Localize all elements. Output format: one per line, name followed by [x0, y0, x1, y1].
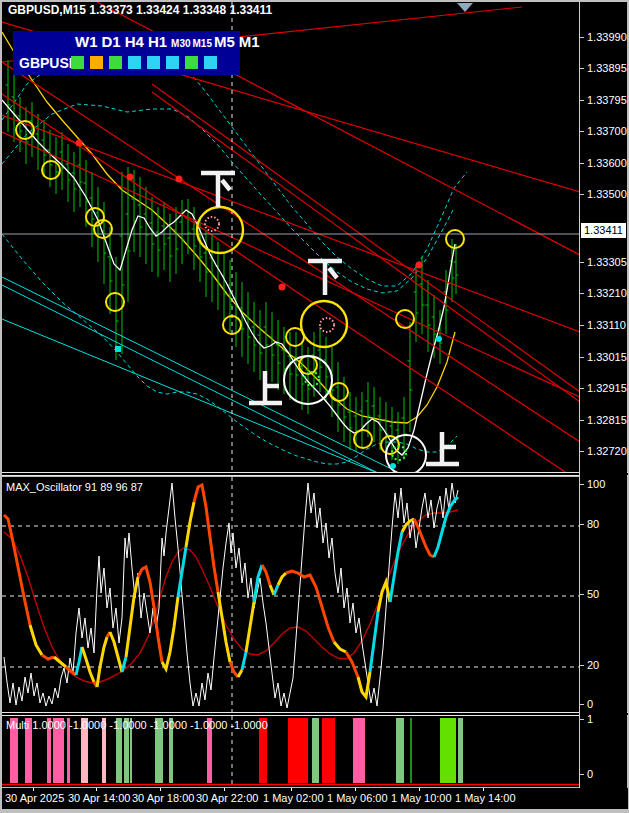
cjk-down-marker	[201, 173, 235, 207]
status-square-1[interactable]	[90, 56, 103, 69]
cyan-square-handle[interactable]	[115, 346, 121, 352]
oscillator-scale-label: 50	[587, 587, 599, 601]
signal-circle-big[interactable]	[301, 301, 347, 347]
multi-signal-bar	[410, 718, 412, 783]
time-axis-label: 30 Apr 2025	[5, 792, 64, 804]
status-square-3[interactable]	[128, 56, 141, 69]
red-trendline-dot[interactable]	[416, 262, 423, 269]
scale-tick	[580, 524, 584, 525]
price-tick-label: 1.33895	[587, 61, 627, 75]
time-axis[interactable]: 30 Apr 202530 Apr 14:0030 Apr 18:0030 Ap…	[2, 788, 628, 809]
time-tick	[419, 788, 420, 791]
scale-tick	[580, 262, 584, 263]
multi-title: Multi 1.0000 -1.0000 -1.0000 -1.0000 -1.…	[6, 719, 268, 731]
signal-circle-small[interactable]	[354, 430, 372, 448]
timeframe-button-m30[interactable]: M30	[171, 38, 190, 49]
scale-tick	[580, 357, 584, 358]
multi-signal-bar	[322, 718, 335, 783]
timeframe-button-h4[interactable]: H4	[125, 33, 144, 50]
yellow-ma-line	[2, 32, 455, 423]
red-trendline-dot[interactable]	[127, 174, 134, 181]
time-tick	[224, 788, 225, 791]
status-square-4[interactable]	[147, 56, 160, 69]
scale-tick	[580, 420, 584, 421]
oscillator-panel[interactable]	[2, 477, 579, 712]
status-square-5[interactable]	[166, 56, 179, 69]
price-tick-label: 1.33990	[587, 30, 627, 44]
price-tick-label: 1.33500	[587, 187, 627, 201]
timeframe-dashboard-panel[interactable]: W1D1H4H1M30M15M5M1 GBPUSD	[13, 31, 240, 75]
signal-circle-small[interactable]	[106, 293, 124, 311]
price-tick-label: 1.33210	[587, 286, 627, 300]
cjk-up-marker	[426, 432, 459, 464]
price-tick-label: 1.33015	[587, 350, 627, 364]
signal-circle-small[interactable]	[381, 436, 399, 454]
scale-tick	[580, 131, 584, 132]
time-tick	[291, 788, 292, 791]
price-tick-label: 1.33700	[587, 124, 627, 138]
timeframe-button-m1[interactable]: M1	[239, 33, 260, 50]
signal-circle-small[interactable]	[330, 383, 348, 401]
multi-scale-label: 0	[587, 767, 593, 781]
status-square-7[interactable]	[204, 56, 217, 69]
oscillator-scale-label: 0	[587, 697, 593, 711]
price-tick-label: 1.32720	[587, 444, 627, 458]
red-trendline-8	[152, 92, 579, 402]
time-axis-label: 30 Apr 22:00	[196, 792, 258, 804]
multi-scale-label: 1	[587, 712, 593, 726]
timeframe-labels-row: W1D1H4H1M30M15M5M1	[75, 33, 264, 50]
status-square-6[interactable]	[185, 56, 198, 69]
time-axis-label: 30 Apr 14:00	[68, 792, 130, 804]
oscillator-scale-label: 80	[587, 517, 599, 531]
panel-separator[interactable]	[2, 472, 628, 476]
price-tick-label: 1.33305	[587, 255, 627, 269]
scale-tick	[580, 451, 584, 452]
time-tick	[160, 788, 161, 791]
timeframe-button-m15[interactable]: M15	[193, 38, 212, 49]
oscillator-canvas[interactable]	[2, 477, 579, 712]
signal-circle-small[interactable]	[42, 161, 60, 179]
current-price-badge: 1.33411	[581, 223, 626, 238]
timeframe-button-h1[interactable]: H1	[148, 33, 167, 50]
scale-tick	[580, 194, 584, 195]
time-tick	[483, 788, 484, 791]
multi-signal-bar	[353, 718, 365, 783]
status-square-2[interactable]	[109, 56, 122, 69]
scale-tick	[580, 665, 584, 666]
scale-tick	[580, 484, 584, 485]
symbol-label: GBPUSD	[19, 55, 79, 71]
timeframe-button-d1[interactable]: D1	[102, 33, 121, 50]
scale-tick	[580, 68, 584, 69]
timeframe-button-m5[interactable]: M5	[214, 33, 235, 50]
oscillator-max-line	[4, 485, 458, 697]
chart-window-frame: GBPUSD,M15 1.33373 1.33424 1.33348 1.334…	[0, 0, 629, 813]
cyan-dot-marker	[390, 463, 396, 469]
multi-signal-bar	[288, 718, 308, 783]
scale-tick	[580, 719, 584, 720]
scale-tick	[580, 293, 584, 294]
multi-signal-bar	[440, 718, 456, 783]
scale-tick	[580, 388, 584, 389]
multi-signal-bar	[312, 718, 319, 783]
time-axis-label: 1 May 06:00	[327, 792, 388, 804]
time-axis-label: 30 Apr 18:00	[132, 792, 194, 804]
time-tick	[355, 788, 356, 791]
scale-tick	[580, 163, 584, 164]
red-trendline-dot[interactable]	[176, 176, 183, 183]
oscillator-title: MAX_Oscillator 91 89 96 87	[6, 481, 143, 493]
scale-tick	[580, 100, 584, 101]
price-tick-label: 1.32915	[587, 381, 627, 395]
oscillator-scale-label: 100	[587, 477, 605, 491]
cjk-up-marker	[249, 371, 282, 403]
oscillator-scale-label: 20	[587, 658, 599, 672]
timeframe-button-w1[interactable]: W1	[75, 33, 98, 50]
multi-signal-bar	[458, 718, 463, 783]
red-trendline-dot[interactable]	[279, 284, 286, 291]
chart-shift-icon[interactable]	[457, 3, 473, 12]
price-tick-label: 1.33600	[587, 156, 627, 170]
red-trendline-dot[interactable]	[76, 140, 83, 147]
status-square-0[interactable]	[71, 56, 84, 69]
price-scale-column[interactable]: 1.339901.338951.337951.337001.336001.335…	[579, 2, 627, 808]
price-tick-label: 1.33795	[587, 93, 627, 107]
timeframe-status-squares	[71, 56, 217, 69]
